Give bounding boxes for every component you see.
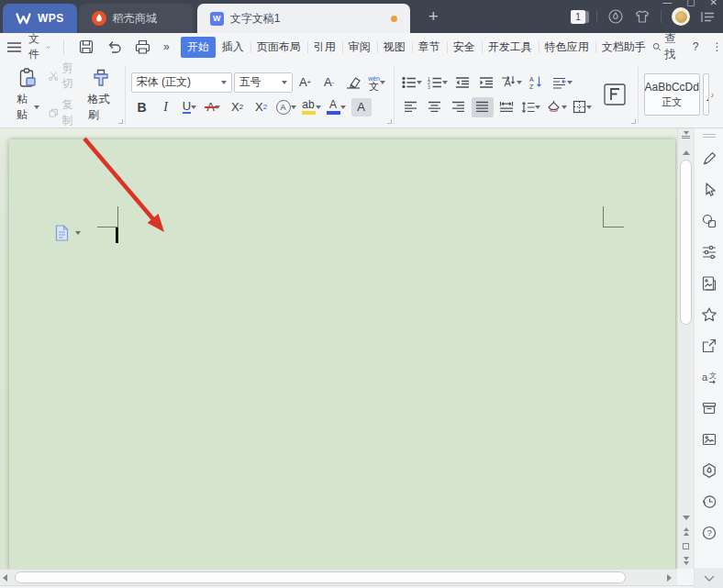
more-options-button[interactable]: ⋮ (711, 40, 722, 53)
scroll-right-arrow[interactable] (667, 574, 672, 582)
find-button[interactable]: 查找 (652, 31, 680, 62)
bold-button[interactable]: B (131, 97, 153, 117)
select-browse-object-button[interactable] (683, 543, 689, 549)
horizontal-scroll-thumb[interactable] (15, 571, 626, 583)
vertical-scroll-thumb[interactable] (680, 160, 692, 325)
scroll-down-arrow[interactable] (683, 516, 690, 520)
style-preview-partial[interactable]: A (703, 73, 709, 116)
close-button[interactable]: ✕ (710, 0, 717, 6)
borders-button[interactable] (571, 97, 594, 117)
decrease-indent-button[interactable] (451, 72, 473, 93)
highlight-color-button[interactable]: ab (300, 97, 323, 117)
ribbon-tab-references[interactable]: 引用 (307, 37, 342, 58)
align-left-button[interactable] (400, 97, 422, 117)
ribbon-tab-home[interactable]: 开始 (181, 37, 216, 58)
docer-hexagon-icon[interactable] (697, 457, 721, 484)
styles-gallery-expand[interactable]: › (711, 90, 714, 100)
page-settings-widget[interactable] (55, 225, 81, 241)
history-clock-icon[interactable] (697, 488, 721, 516)
docer-membership-icon[interactable] (607, 8, 624, 25)
decrease-font-button[interactable]: A- (318, 72, 340, 93)
star-favorites-icon[interactable] (697, 301, 721, 328)
ribbon-tab-developer[interactable]: 开发工具 (482, 37, 539, 58)
minimize-button[interactable]: — (662, 0, 672, 6)
material-library-icon[interactable] (697, 270, 721, 297)
quickbar-overflow-button[interactable]: » (160, 39, 173, 55)
shading-bucket-button[interactable] (544, 97, 569, 117)
resource-box-icon[interactable] (697, 394, 721, 422)
group-dialog-launcher[interactable] (631, 119, 636, 124)
ribbon-tab-review[interactable]: 审阅 (342, 37, 377, 58)
format-painter-button[interactable]: 格式刷 (83, 65, 119, 125)
cut-button[interactable]: 剪切 (49, 61, 79, 92)
group-dialog-launcher[interactable] (118, 119, 123, 124)
undo-button[interactable] (103, 39, 126, 56)
file-menu-button[interactable]: 文件 (27, 29, 52, 64)
document-page[interactable] (9, 139, 675, 569)
ribbon-tab-view[interactable]: 视图 (377, 37, 412, 58)
clear-format-eraser-icon[interactable] (342, 72, 364, 93)
justify-button[interactable] (472, 97, 494, 117)
ribbon-tab-doc-assistant[interactable]: 文档助手 (595, 37, 652, 58)
maximize-button[interactable]: ▢ (686, 0, 695, 6)
vertical-scrollbar[interactable] (677, 128, 694, 569)
hamburger-menu-icon[interactable] (7, 42, 21, 52)
adjust-sliders-icon[interactable] (697, 239, 721, 266)
underline-button[interactable]: U (179, 97, 201, 117)
ribbon-tab-section[interactable]: 章节 (412, 37, 447, 58)
scroll-left-arrow[interactable] (3, 574, 7, 582)
user-avatar[interactable] (672, 7, 690, 26)
subscript-button[interactable]: X2 (250, 97, 273, 117)
ink-pen-icon[interactable] (697, 145, 721, 172)
horizontal-scrollbar[interactable] (0, 569, 677, 585)
enclose-character-button[interactable]: A (274, 97, 298, 117)
superscript-button[interactable]: X2 (227, 97, 249, 117)
distribute-button[interactable] (495, 97, 517, 117)
ribbon-tab-security[interactable]: 安全 (447, 37, 482, 58)
text-typography-button[interactable] (597, 81, 632, 108)
sidebar-drag-handle[interactable] (703, 134, 716, 138)
ribbon-tab-insert[interactable]: 插入 (216, 37, 250, 58)
align-center-button[interactable] (424, 97, 446, 117)
italic-button[interactable]: I (155, 97, 177, 117)
increase-indent-button[interactable] (475, 72, 497, 93)
copy-button[interactable]: 复制 (49, 97, 79, 128)
font-color-button[interactable]: A (325, 97, 348, 117)
strikethrough-button[interactable]: A (203, 97, 225, 117)
font-name-combo[interactable]: 宋体 (正文) (131, 72, 232, 93)
new-tab-button[interactable]: + (428, 6, 439, 28)
numbered-list-button[interactable]: 123 (426, 72, 450, 93)
tab-document[interactable]: W 文字文稿1 (197, 4, 410, 33)
sidebar-collapse-chevron[interactable] (695, 568, 723, 588)
next-page-button[interactable] (684, 557, 689, 565)
ruler-toggle-icon[interactable] (682, 131, 690, 139)
style-preview-normal[interactable]: AaBbCcDd 正文 (644, 73, 700, 116)
skin-theme-icon[interactable] (634, 8, 651, 25)
help-circle-icon[interactable]: ? (697, 519, 721, 547)
share-export-icon[interactable] (697, 332, 721, 360)
bullet-list-button[interactable] (400, 72, 424, 93)
line-spacing-button[interactable] (519, 97, 542, 117)
sort-button[interactable]: AZ (526, 72, 548, 93)
ribbon-tab-page-layout[interactable]: 页面布局 (250, 37, 307, 58)
select-cursor-icon[interactable] (697, 176, 721, 204)
help-button[interactable]: ? (693, 40, 699, 53)
text-direction-button[interactable]: A (499, 72, 524, 93)
paragraph-layout-button[interactable] (550, 72, 574, 93)
paste-dropdown-arrow[interactable] (34, 105, 39, 109)
pinyin-guide-button[interactable]: wén文 (366, 72, 388, 93)
print-button[interactable] (131, 38, 154, 56)
ribbon-tab-special-features[interactable]: 特色应用 (539, 37, 595, 58)
font-size-combo[interactable]: 五号 (234, 72, 293, 93)
scroll-up-arrow[interactable] (683, 150, 690, 155)
translate-icon[interactable]: a文 (697, 363, 721, 391)
shapes-icon[interactable] (697, 207, 721, 235)
save-button[interactable] (75, 38, 97, 56)
increase-font-button[interactable]: A+ (295, 72, 317, 93)
notification-badge[interactable]: 1 (571, 10, 586, 24)
align-right-button[interactable] (448, 97, 470, 117)
paste-button[interactable]: 粘贴 (11, 65, 45, 125)
group-dialog-launcher[interactable] (387, 119, 392, 124)
character-shading-button[interactable]: A (350, 97, 373, 117)
image-icon[interactable] (697, 426, 721, 453)
